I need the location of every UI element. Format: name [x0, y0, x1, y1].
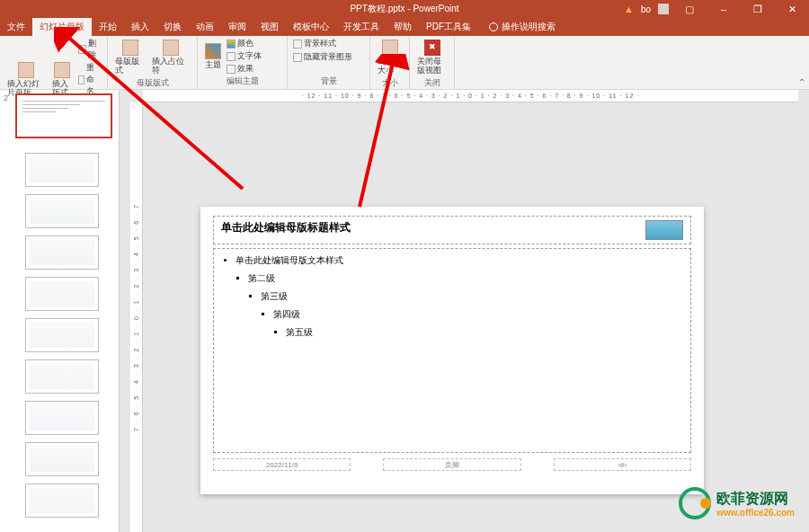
- tab-transitions[interactable]: 切换: [156, 18, 189, 36]
- tab-home[interactable]: 开始: [92, 18, 124, 36]
- picture-placeholder-icon[interactable]: [645, 220, 683, 240]
- rename-button[interactable]: 重命名: [78, 62, 102, 97]
- tab-review[interactable]: 审阅: [221, 18, 253, 36]
- group-label-close: 关闭: [415, 77, 449, 89]
- watermark-logo-icon: [679, 487, 711, 519]
- layout-thumbnail[interactable]: [25, 153, 99, 187]
- layout-thumbnail[interactable]: [25, 359, 99, 394]
- vertical-ruler: 7 · 6 · 5 · 4 · 3 · 2 · 1 · 0 · 1 · 2 · …: [130, 102, 143, 532]
- body-level-5: 第五级: [286, 326, 681, 339]
- ribbon: 插入幻灯片母版 插入版式 删除 重命名 保留 编辑母版 母版版式 插入占位符 母…: [0, 36, 809, 90]
- group-label-size: 大小: [376, 77, 404, 89]
- tab-insert[interactable]: 插入: [124, 18, 156, 36]
- layout-thumbnail[interactable]: [25, 401, 99, 435]
- body-level-4: 第四级: [273, 308, 681, 321]
- group-size: 幻灯片大小 大小: [370, 36, 410, 89]
- themes-button[interactable]: 主题: [203, 38, 223, 75]
- group-label-background: 背景: [293, 75, 364, 87]
- slide-editor[interactable]: · 12 · 11 · 10 · 9 · 8 · 7 · 6 · 5 · 4 ·…: [120, 90, 809, 532]
- bulb-icon: [489, 22, 498, 31]
- footer-placeholder[interactable]: 页脚: [383, 458, 520, 471]
- group-master-layout: 母版版式 插入占位符 母版版式: [108, 36, 198, 89]
- tab-animations[interactable]: 动画: [189, 18, 221, 36]
- effects-button[interactable]: 效果: [227, 63, 262, 75]
- hide-bg-checkbox[interactable]: 隐藏背景图形: [293, 51, 364, 63]
- ribbon-tabs: 文件 幻灯片母版 开始 插入 切换 动画 审阅 视图 模板中心 开发工具 帮助 …: [0, 18, 809, 36]
- body-level-2: 第二级: [248, 272, 681, 285]
- slide-number-placeholder[interactable]: ‹#›: [554, 458, 691, 471]
- group-edit-theme: 主题 颜色 文字体 效果 编辑主题: [198, 36, 288, 89]
- workarea: 2 · 12 · 11 · 10 · 9 · 8 · 7 · 6 · 5 · 4…: [0, 90, 809, 532]
- tab-pdf-tools[interactable]: PDF工具集: [419, 18, 478, 36]
- colors-button[interactable]: 颜色: [227, 38, 262, 49]
- layout-thumbnail[interactable]: [25, 235, 99, 270]
- body-level-3: 第三级: [261, 290, 681, 303]
- insert-placeholder-button[interactable]: 插入占位符: [150, 38, 191, 77]
- user-avatar[interactable]: [658, 4, 669, 14]
- tab-developer[interactable]: 开发工具: [336, 18, 387, 36]
- master-thumbnail-selected[interactable]: [15, 93, 112, 138]
- layout-thumbnail[interactable]: [25, 277, 99, 311]
- minimize-button[interactable]: –: [710, 0, 737, 18]
- title-placeholder[interactable]: 单击此处编辑母版标题样式: [213, 216, 691, 244]
- restore-button[interactable]: ❐: [744, 0, 771, 18]
- slide-canvas[interactable]: 单击此处编辑母版标题样式 单击此处编辑母版文本样式 第二级 第三级 第四级 第五…: [200, 207, 704, 494]
- watermark-name: 欧菲资源网: [716, 491, 788, 506]
- group-close: ✖关闭母版视图 关闭: [410, 36, 455, 89]
- horizontal-ruler: · 12 · 11 · 10 · 9 · 8 · 7 · 6 · 5 · 4 ·…: [143, 90, 798, 102]
- tab-help[interactable]: 帮助: [387, 18, 419, 36]
- tab-view[interactable]: 视图: [253, 18, 286, 36]
- group-label-master-layout: 母版版式: [113, 77, 191, 89]
- fonts-button[interactable]: 文字体: [227, 50, 262, 62]
- bg-styles-button[interactable]: 背景样式: [293, 38, 364, 49]
- close-button[interactable]: ✕: [778, 0, 805, 18]
- body-level-1: 单击此处编辑母版文本样式: [236, 254, 681, 267]
- date-placeholder[interactable]: 2022/11/8: [213, 458, 351, 471]
- layout-thumbnail[interactable]: [25, 483, 99, 518]
- thumbnail-panel[interactable]: 2: [0, 90, 120, 532]
- watermark-url: www.office26.com: [716, 509, 795, 518]
- layout-thumbnail[interactable]: [25, 442, 99, 476]
- titlebar: PPT教程.pptx - PowerPoint ▲ bo ▢ – ❐ ✕: [0, 0, 809, 18]
- body-placeholder[interactable]: 单击此处编辑母版文本样式 第二级 第三级 第四级 第五级: [213, 248, 691, 453]
- tell-me-label: 操作说明搜索: [502, 21, 556, 33]
- tab-file[interactable]: 文件: [0, 18, 32, 36]
- footer-placeholders: 2022/11/8 页脚 ‹#›: [213, 458, 691, 471]
- close-master-view-button[interactable]: ✖关闭母版视图: [415, 38, 449, 77]
- delete-button[interactable]: 删除: [78, 38, 102, 61]
- layout-thumbnail[interactable]: [25, 194, 99, 228]
- user-name[interactable]: bo: [641, 4, 651, 14]
- watermark: 欧菲资源网 www.office26.com: [679, 487, 795, 519]
- tab-templates[interactable]: 模板中心: [286, 18, 336, 36]
- group-edit-master: 插入幻灯片母版 插入版式 删除 重命名 保留 编辑母版: [0, 36, 108, 89]
- warning-icon[interactable]: ▲: [624, 4, 634, 14]
- group-label-edit-theme: 编辑主题: [203, 75, 281, 87]
- slide-size-button[interactable]: 幻灯片大小: [376, 38, 404, 77]
- tell-me-search[interactable]: 操作说明搜索: [489, 21, 556, 33]
- tab-slide-master[interactable]: 幻灯片母版: [32, 18, 92, 36]
- layout-thumbnail[interactable]: [25, 318, 99, 352]
- title-placeholder-text: 单击此处编辑母版标题样式: [221, 220, 351, 235]
- titlebar-right: ▲ bo ▢ – ❐ ✕: [624, 0, 809, 18]
- group-background: 背景样式 隐藏背景图形 背景: [288, 36, 370, 89]
- window-title: PPT教程.pptx - PowerPoint: [350, 3, 458, 15]
- collapse-ribbon-icon[interactable]: ⌃: [798, 77, 805, 87]
- ribbon-display-icon[interactable]: ▢: [676, 0, 703, 18]
- master-layout-button[interactable]: 母版版式: [113, 38, 147, 77]
